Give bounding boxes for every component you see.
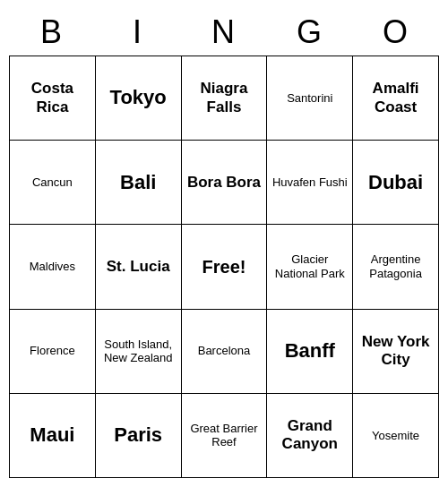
cell-text: Tokyo <box>110 86 167 109</box>
bingo-cell: St. Lucia <box>96 225 182 309</box>
cell-text: Yosemite <box>372 429 419 443</box>
cell-text: Florence <box>30 344 75 358</box>
cell-text: Bali <box>120 171 156 194</box>
bingo-cell: Santorini <box>267 56 353 141</box>
bingo-cell: Tokyo <box>96 56 182 141</box>
cell-text: Bora Bora <box>187 174 261 192</box>
cell-text: Grand Canyon <box>271 417 349 454</box>
cell-text: Dubai <box>368 171 423 194</box>
cell-text: Banff <box>285 339 335 363</box>
header-letter: G <box>267 9 353 56</box>
cell-text: Niagra Falls <box>185 80 263 116</box>
bingo-cell: Huvafen Fushi <box>267 141 353 225</box>
bingo-cell: Great Barrier Reef <box>182 394 268 478</box>
bingo-cell: Free! <box>182 225 268 309</box>
bingo-cell: Banff <box>267 310 353 394</box>
cell-text: New York City <box>357 333 435 370</box>
bingo-cell: Costa Rica <box>10 56 96 141</box>
bingo-cell: Argentine Patagonia <box>353 225 439 309</box>
header-letter: I <box>95 9 181 56</box>
bingo-cell: Glacier National Park <box>267 225 353 309</box>
bingo-cell: Grand Canyon <box>267 394 353 478</box>
bingo-cell: Bora Bora <box>182 141 268 225</box>
cell-text: Great Barrier Reef <box>185 422 263 449</box>
cell-text: St. Lucia <box>107 258 170 276</box>
header-letter: B <box>9 9 95 56</box>
cell-text: Free! <box>202 256 246 278</box>
bingo-cell: South Island, New Zealand <box>96 310 182 394</box>
header-letter: N <box>181 9 267 56</box>
bingo-cell: Niagra Falls <box>182 56 268 141</box>
bingo-cell: Dubai <box>353 141 439 225</box>
cell-text: Paris <box>114 423 162 447</box>
bingo-card: BINGO Costa RicaTokyoNiagra FallsSantori… <box>9 9 439 478</box>
cell-text: Huvafen Fushi <box>272 175 348 190</box>
bingo-cell: Yosemite <box>353 394 439 478</box>
cell-text: Santorini <box>287 91 332 106</box>
bingo-cell: Florence <box>10 310 96 394</box>
bingo-cell: Maldives <box>10 225 96 309</box>
bingo-header: BINGO <box>9 9 439 56</box>
bingo-cell: Bali <box>96 141 182 225</box>
bingo-cell: Cancun <box>10 141 96 225</box>
bingo-grid: Costa RicaTokyoNiagra FallsSantoriniAmal… <box>9 56 439 478</box>
cell-text: Maldives <box>30 260 75 274</box>
cell-text: Costa Rica <box>13 80 91 116</box>
cell-text: Maui <box>30 423 74 447</box>
cell-text: Cancun <box>32 175 73 190</box>
cell-text: Amalfi Coast <box>357 80 435 116</box>
bingo-cell: Amalfi Coast <box>353 56 439 141</box>
bingo-cell: New York City <box>353 310 439 394</box>
cell-text: Argentine Patagonia <box>357 252 435 280</box>
cell-text: Barcelona <box>198 344 251 358</box>
cell-text: Glacier National Park <box>271 252 349 280</box>
bingo-cell: Paris <box>96 394 182 478</box>
bingo-cell: Barcelona <box>182 310 268 394</box>
bingo-cell: Maui <box>10 394 96 478</box>
cell-text: South Island, New Zealand <box>99 337 177 365</box>
header-letter: O <box>353 9 439 56</box>
